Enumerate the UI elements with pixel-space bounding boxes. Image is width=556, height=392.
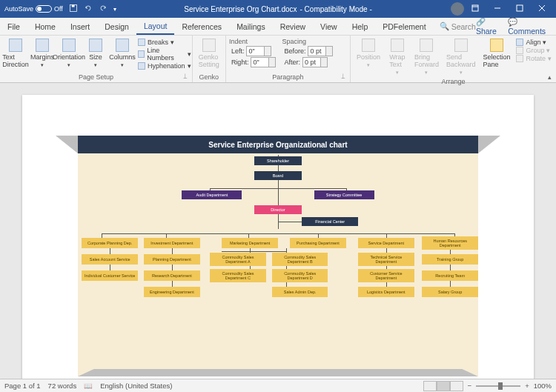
autosave-state: Off <box>54 5 63 13</box>
connector <box>278 155 279 229</box>
svg-rect-5 <box>517 5 523 11</box>
qat-dropdown-icon[interactable]: ▾ <box>113 6 116 13</box>
indent-right-input[interactable]: 0" <box>251 57 276 67</box>
breaks-button[interactable]: Breaks ▾ <box>136 39 193 46</box>
search-box[interactable]: 🔍 Search <box>440 21 476 31</box>
node-financial: Financial Center <box>302 217 358 226</box>
user-avatar[interactable] <box>451 2 464 16</box>
node: Recruiting Team <box>422 270 478 281</box>
send-backward-button[interactable]: Send Backward▾ <box>443 37 479 77</box>
line-numbers-button[interactable]: Line Numbers ▾ <box>136 47 193 62</box>
node-shareholder: Shareholder <box>254 156 302 165</box>
statusbar: Page 1 of 1 72 words 📖 English (United S… <box>0 379 556 392</box>
position-button[interactable]: Position▾ <box>354 37 383 70</box>
columns-button[interactable]: Columns▾ <box>110 37 135 70</box>
doc-mode: - Compatibility Mode - <box>300 5 372 13</box>
align-icon <box>516 39 523 46</box>
tab-design[interactable]: Design <box>97 18 136 35</box>
view-print-icon[interactable] <box>437 381 450 391</box>
status-language[interactable]: English (United States) <box>100 382 172 390</box>
genko-setting-button[interactable]: Genko Setting <box>196 37 222 70</box>
dialog-launcher-icon[interactable]: ⟘ <box>341 73 345 81</box>
node: Research Department <box>144 270 200 281</box>
group-page-setup: Text Direction Margins▾ Orientation▾ Siz… <box>0 36 193 82</box>
position-icon <box>362 39 375 52</box>
view-read-icon[interactable] <box>423 381 437 391</box>
orientation-button[interactable]: Orientation▾ <box>56 37 82 70</box>
align-button[interactable]: Align ▾ <box>514 39 553 46</box>
bring-forward-button[interactable]: Bring Forward▾ <box>411 37 442 77</box>
close-icon[interactable] <box>532 0 553 18</box>
selection-pane-button[interactable]: Selection Pane <box>480 37 513 70</box>
node: Customer Service Department <box>358 269 414 282</box>
document-area[interactable]: Service Enterprise Organizational chart … <box>0 83 556 379</box>
node: Commodity Sales Department D <box>272 269 328 282</box>
status-words[interactable]: 72 words <box>48 382 77 390</box>
margins-icon <box>36 39 49 52</box>
tab-references[interactable]: References <box>174 18 229 35</box>
spacing-after-input[interactable]: 0 pt <box>302 57 328 67</box>
node-strategy: Strategy Committee <box>314 190 374 199</box>
collapse-ribbon-icon[interactable]: ▴ <box>548 73 552 81</box>
tab-review[interactable]: Review <box>273 18 313 35</box>
share-button[interactable]: 🔗 Share <box>476 17 503 36</box>
comments-button[interactable]: 💬 Comments <box>508 17 550 36</box>
group-label: Arrange <box>354 77 553 87</box>
status-page[interactable]: Page 1 of 1 <box>4 382 41 390</box>
group-genko: Genko Setting Genko <box>193 36 226 82</box>
hyphenation-button[interactable]: Hyphenation ▾ <box>136 62 193 70</box>
maximize-icon[interactable] <box>510 0 531 18</box>
minimize-icon[interactable] <box>488 0 509 18</box>
group-button[interactable]: Group ▾ <box>514 47 553 54</box>
text-direction-icon <box>9 39 22 52</box>
size-icon <box>89 39 102 52</box>
node: Purchasing Department <box>290 238 346 248</box>
indent-left-input[interactable]: 0" <box>246 46 271 56</box>
autosave-label: AutoSave <box>4 5 33 13</box>
save-icon[interactable] <box>69 4 78 14</box>
wrap-text-button[interactable]: Wrap Text▾ <box>385 37 410 77</box>
tab-file[interactable]: File <box>0 18 27 35</box>
group-label: Page Setup <box>79 73 113 81</box>
tab-layout[interactable]: Layout <box>136 18 175 35</box>
text-direction-button[interactable]: Text Direction <box>3 37 28 70</box>
svg-rect-2 <box>472 5 478 11</box>
zoom-in-button[interactable]: + <box>525 382 529 390</box>
rotate-button[interactable]: Rotate ▾ <box>514 55 553 62</box>
node: Training Group <box>422 254 478 265</box>
ribbon-display-icon[interactable] <box>466 0 486 18</box>
toggle-icon <box>36 5 52 13</box>
tab-home[interactable]: Home <box>27 18 63 35</box>
doc-title: Service Enterprise Org Chart.docx <box>184 5 297 13</box>
node: Investment Department <box>144 238 200 248</box>
node: Individual Customer Service <box>82 270 138 281</box>
zoom-level[interactable]: 100% <box>534 382 552 390</box>
dialog-launcher-icon[interactable]: ⟘ <box>183 73 188 81</box>
search-icon: 🔍 <box>440 21 449 31</box>
tab-pdfelement[interactable]: PDFelement <box>375 18 433 35</box>
tab-help[interactable]: Help <box>345 18 376 35</box>
proofing-icon[interactable]: 📖 <box>84 382 93 390</box>
node: Logistics Department <box>358 287 414 297</box>
node: Marketing Department <box>222 238 278 248</box>
spacing-before-input[interactable]: 0 pt <box>308 46 333 56</box>
tab-view[interactable]: View <box>313 18 345 35</box>
tab-mailings[interactable]: Mailings <box>229 18 273 35</box>
group-label: Paragraph <box>272 73 303 81</box>
indent-label: Indent <box>229 38 277 45</box>
node: Commodity Sales Department C <box>210 269 266 282</box>
tab-insert[interactable]: Insert <box>63 18 97 35</box>
connector <box>222 251 285 252</box>
connector <box>210 188 346 189</box>
node: Sales Admin Dep. <box>272 287 328 297</box>
zoom-out-button[interactable]: − <box>468 382 472 390</box>
redo-icon[interactable] <box>99 4 107 14</box>
view-web-icon[interactable] <box>450 381 463 391</box>
autosave-toggle[interactable]: AutoSave Off <box>4 5 63 13</box>
margins-button[interactable]: Margins▾ <box>30 37 55 70</box>
menu-tabs: File Home Insert Design Layout Reference… <box>0 18 556 36</box>
size-button[interactable]: Size▾ <box>83 37 108 70</box>
undo-icon[interactable] <box>84 4 93 14</box>
zoom-slider[interactable] <box>476 385 520 387</box>
node: Planning Department <box>144 254 200 265</box>
